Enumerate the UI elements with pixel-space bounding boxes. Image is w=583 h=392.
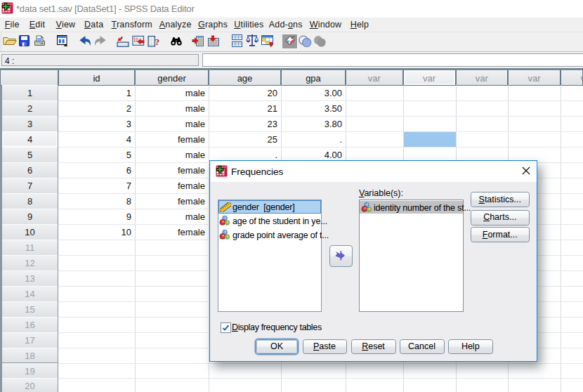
svg-text:?: ? [155, 37, 160, 47]
